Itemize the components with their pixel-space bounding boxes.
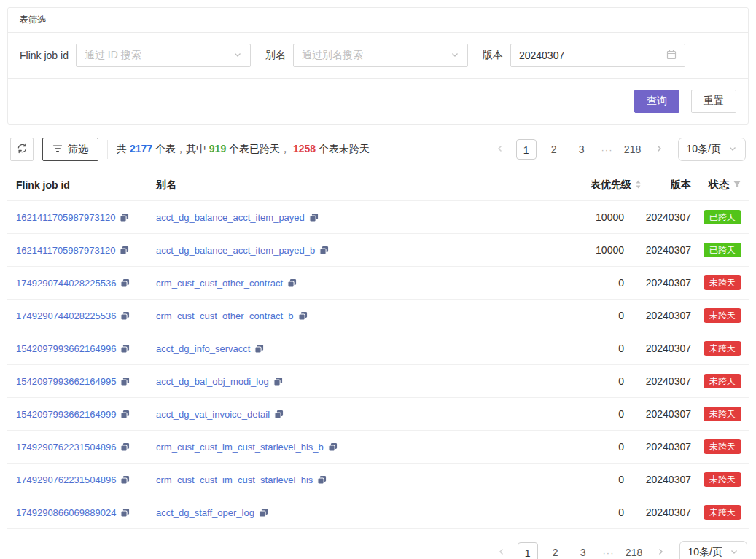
pagination-page-2[interactable]: 2 xyxy=(544,139,564,160)
version-cell: 20240307 xyxy=(642,431,691,464)
priority-cell: 0 xyxy=(532,431,642,464)
flink-job-id-link[interactable]: 1621411705987973120 xyxy=(16,245,115,256)
flink-job-id-link[interactable]: 1749290744028225536 xyxy=(16,310,116,321)
version-value: 20240307 xyxy=(519,50,564,61)
copy-icon[interactable] xyxy=(254,344,264,353)
copy-icon[interactable] xyxy=(274,410,284,419)
alias-link[interactable]: acct_dg_info_servacct xyxy=(156,343,250,354)
copy-icon[interactable] xyxy=(120,311,130,321)
query-button[interactable]: 查询 xyxy=(634,90,679,113)
table-row: 1749290762231504896 crm_cust_cust_im_cus… xyxy=(7,431,749,464)
copy-icon[interactable] xyxy=(120,410,130,419)
table-row: 1749290744028225536 crm_cust_cust_other_… xyxy=(7,267,749,300)
copy-icon[interactable] xyxy=(120,475,130,485)
status-badge: 未跨天 xyxy=(704,472,741,487)
copy-icon[interactable] xyxy=(259,508,268,517)
copy-icon[interactable] xyxy=(298,311,308,321)
summary-suffix: 个表未跨天 xyxy=(316,143,370,155)
pagination-page-218[interactable]: 218 xyxy=(623,139,643,160)
copy-icon[interactable] xyxy=(319,246,329,255)
pagination-page-3[interactable]: 3 xyxy=(573,542,593,559)
status-cell: 未跨天 xyxy=(691,267,749,300)
funnel-icon[interactable] xyxy=(733,179,741,191)
alias-link[interactable]: acct_dg_balance_acct_item_payed_b xyxy=(156,245,315,256)
flink-job-id-link[interactable]: 1621411705987973120 xyxy=(16,212,115,223)
copy-icon[interactable] xyxy=(120,508,130,517)
pagination-page-218[interactable]: 218 xyxy=(624,542,644,559)
flink-job-id-cell: 1749290762231504896 xyxy=(7,464,150,496)
table-row: 1749290866069889024 acct_dg_staff_oper_l… xyxy=(7,496,749,529)
copy-icon[interactable] xyxy=(328,442,338,452)
page-size-select[interactable]: 10条/页 xyxy=(678,138,746,161)
refresh-button[interactable] xyxy=(10,138,34,161)
flink-job-id-link[interactable]: 1749290744028225536 xyxy=(16,278,116,289)
flink-job-id-link[interactable]: 1749290866069889024 xyxy=(16,507,116,518)
copy-icon[interactable] xyxy=(309,213,319,222)
flink-job-id-link[interactable]: 1542097993662164999 xyxy=(16,409,116,420)
pagination-next-button[interactable] xyxy=(650,139,668,160)
summary-mid1: 个表，其中 xyxy=(152,143,209,155)
copy-icon[interactable] xyxy=(287,278,297,288)
pagination-page-3[interactable]: 3 xyxy=(572,139,592,160)
status-cell: 未跨天 xyxy=(691,300,749,332)
pagination-page-1[interactable]: 1 xyxy=(518,542,538,559)
flink-job-id-link[interactable]: 1749290762231504896 xyxy=(16,474,116,485)
alias-link[interactable]: acct_dg_staff_oper_log xyxy=(156,507,254,518)
table-header: Flink job id 别名 表优先级 版本 状态 xyxy=(7,170,749,201)
alias-link[interactable]: acct_dg_bal_obj_modi_log xyxy=(156,376,269,387)
pagination-next-button[interactable] xyxy=(652,542,669,559)
pagination-prev-button[interactable] xyxy=(491,139,509,160)
copy-icon[interactable] xyxy=(317,475,327,485)
status-badge: 未跨天 xyxy=(704,505,741,520)
alias-link[interactable]: crm_cust_cust_other_contract_b xyxy=(156,310,294,321)
copy-icon[interactable] xyxy=(120,246,129,255)
version-date-input[interactable]: 20240307 xyxy=(510,44,685,67)
pagination-prev-button[interactable] xyxy=(493,542,510,559)
page-size-select[interactable]: 10条/页 xyxy=(679,541,747,559)
status-badge: 未跨天 xyxy=(704,275,741,290)
filter-card: 表筛选 Flink job id 通过 ID 搜索 别名 通过别名搜索 xyxy=(7,7,749,125)
filter-toggle-button[interactable]: 筛选 xyxy=(42,138,98,161)
flink-job-id-cell: 1749290744028225536 xyxy=(7,267,150,300)
chevron-down-icon xyxy=(451,50,459,61)
alias-placeholder: 通过别名搜索 xyxy=(302,49,363,62)
priority-cell: 10000 xyxy=(532,234,642,267)
copy-icon[interactable] xyxy=(120,278,130,288)
toolbar: 筛选 共 2177 个表，其中 919 个表已跨天， 1258 个表未跨天 12… xyxy=(7,138,749,161)
copy-icon[interactable] xyxy=(120,377,130,386)
flink-job-id-placeholder: 通过 ID 搜索 xyxy=(85,49,141,62)
alias-link[interactable]: acct_dg_balance_acct_item_payed xyxy=(156,212,305,223)
calendar-icon xyxy=(666,50,677,62)
flink-job-id-label: Flink job id xyxy=(20,50,69,61)
alias-link[interactable]: crm_cust_cust_im_cust_starlevel_his_b xyxy=(156,442,324,453)
copy-icon[interactable] xyxy=(273,377,283,386)
chevron-left-icon xyxy=(497,547,506,558)
field-version: 版本 20240307 xyxy=(483,44,685,67)
alias-link[interactable]: crm_cust_cust_other_contract xyxy=(156,278,283,289)
pagination-page-2[interactable]: 2 xyxy=(545,542,566,559)
chevron-right-icon xyxy=(655,144,663,155)
flink-job-id-cell: 1542097993662164999 xyxy=(7,398,150,431)
alias-link[interactable]: acct_dg_vat_invoice_detail xyxy=(156,409,270,420)
alias-cell: acct_dg_info_servacct xyxy=(150,332,532,365)
alias-cell: crm_cust_cust_im_cust_starlevel_his_b xyxy=(150,431,532,464)
flink-job-id-cell: 1621411705987973120 xyxy=(7,201,150,234)
sort-icon[interactable] xyxy=(635,179,642,192)
flink-job-id-cell: 1542097993662164996 xyxy=(7,332,150,365)
column-priority-label: 表优先级 xyxy=(591,179,631,192)
priority-cell: 10000 xyxy=(532,201,642,234)
copy-icon[interactable] xyxy=(120,213,129,222)
flink-job-id-select[interactable]: 通过 ID 搜索 xyxy=(76,44,251,67)
copy-icon[interactable] xyxy=(120,442,130,452)
priority-cell: 0 xyxy=(532,267,642,300)
alias-select[interactable]: 通过别名搜索 xyxy=(293,44,468,67)
flink-job-id-link[interactable]: 1749290762231504896 xyxy=(16,442,116,453)
pagination-page-1[interactable]: 1 xyxy=(516,139,537,160)
summary-mid2: 个表已跨天， xyxy=(226,143,293,155)
version-cell: 20240307 xyxy=(642,464,691,496)
copy-icon[interactable] xyxy=(120,344,130,353)
flink-job-id-link[interactable]: 1542097993662164995 xyxy=(16,376,116,387)
reset-button[interactable]: 重置 xyxy=(691,90,736,113)
flink-job-id-link[interactable]: 1542097993662164996 xyxy=(16,343,116,354)
alias-link[interactable]: crm_cust_cust_im_cust_starlevel_his xyxy=(156,474,313,485)
